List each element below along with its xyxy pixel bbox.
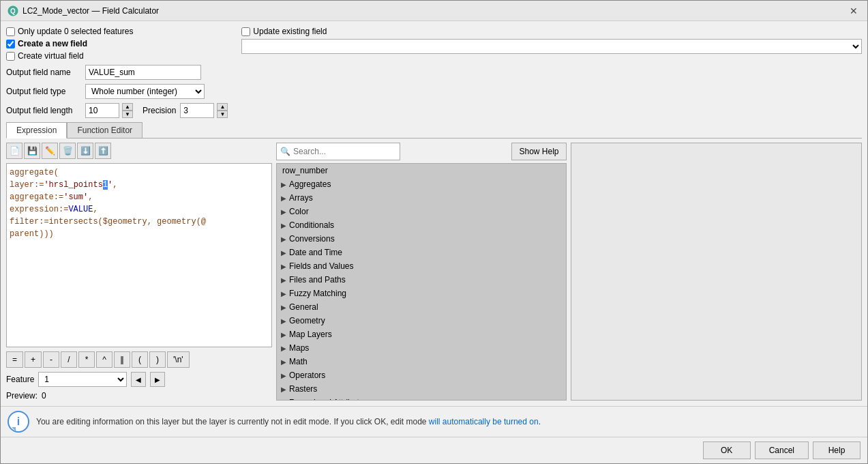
app-icon: Q	[8, 5, 18, 16]
category-label-math: Math	[289, 357, 308, 366]
category-color[interactable]: ▶ Color	[277, 205, 566, 218]
length-down-btn[interactable]: ▼	[122, 111, 133, 118]
edit-btn[interactable]: ✏️	[42, 143, 58, 159]
delete-btn[interactable]: 🗑️	[59, 143, 76, 159]
expression-editor[interactable]: aggregate( layer:='hrsl_points1', aggreg…	[6, 163, 272, 347]
row-number-item[interactable]: row_number	[277, 164, 566, 177]
category-fuzzy-matching[interactable]: ▶ Fuzzy Matching	[277, 287, 566, 300]
newline-btn[interactable]: '\n'	[167, 351, 190, 368]
tabs-row: Expression Function Editor	[6, 122, 862, 139]
category-date-time[interactable]: ▶ Date and Time	[277, 246, 566, 259]
close-paren-btn[interactable]: )	[149, 351, 166, 368]
preview-value: 0	[42, 391, 46, 401]
info-text-after: .	[539, 417, 541, 426]
output-field-name-row: Output field name	[6, 65, 228, 80]
only-update-checkbox[interactable]	[6, 27, 15, 36]
import-btn[interactable]: ⬇️	[77, 143, 93, 159]
category-conversions[interactable]: ▶ Conversions	[277, 232, 566, 246]
ok-button[interactable]: OK	[703, 441, 751, 459]
arrow-conversions: ▶	[281, 235, 286, 243]
category-conditionals[interactable]: ▶ Conditionals	[277, 218, 566, 232]
cancel-button[interactable]: Cancel	[755, 441, 809, 459]
create-virtual-checkbox[interactable]	[6, 52, 15, 61]
output-field-type-select[interactable]: Whole number (integer)	[85, 84, 205, 99]
update-existing-checkbox[interactable]	[241, 27, 250, 36]
category-label-fields-values: Fields and Values	[289, 261, 354, 271]
output-field-length-label: Output field length	[6, 106, 81, 115]
output-field-length-row: Output field length ▲ ▼ Precision ▲	[6, 103, 228, 118]
arrow-operators: ▶	[281, 372, 286, 379]
category-label-rasters: Rasters	[289, 384, 317, 394]
category-label-conditionals: Conditionals	[289, 220, 334, 230]
category-files-paths[interactable]: ▶ Files and Paths	[277, 273, 566, 287]
search-input[interactable]	[276, 143, 400, 160]
left-options: Only update 0 selected features Create a…	[6, 27, 228, 118]
precision-up-btn[interactable]: ▲	[217, 103, 228, 111]
category-geometry[interactable]: ▶ Geometry	[277, 314, 566, 328]
output-field-type-row: Output field type Whole number (integer)	[6, 84, 228, 99]
arrow-files-paths: ▶	[281, 276, 286, 284]
tab-function-editor[interactable]: Function Editor	[67, 122, 143, 138]
category-aggregates[interactable]: ▶ Aggregates	[277, 177, 566, 191]
create-virtual-row: Create virtual field	[6, 51, 228, 61]
create-new-field-label: Create a new field	[18, 39, 87, 48]
multiply-btn[interactable]: *	[78, 351, 95, 368]
category-operators[interactable]: ▶ Operators	[277, 368, 566, 382]
right-panel	[571, 143, 863, 401]
precision-spinner-wrap: ▲ ▼	[180, 103, 228, 118]
arrow-map-layers: ▶	[281, 331, 286, 338]
category-math[interactable]: ▶ Math	[277, 355, 566, 368]
update-field-select[interactable]	[241, 39, 862, 54]
create-new-field-checkbox[interactable]	[6, 40, 15, 48]
output-field-name-input[interactable]	[85, 65, 201, 80]
category-fields-values[interactable]: ▶ Fields and Values	[277, 259, 566, 273]
update-existing-row: Update existing field	[241, 27, 862, 36]
info-link[interactable]: will automatically be turned on	[429, 417, 539, 426]
save-btn[interactable]: 💾	[24, 143, 40, 159]
category-record-attributes[interactable]: ▶ Record and Attributes	[277, 396, 566, 401]
footer-buttons: OK Cancel Help	[1, 437, 867, 463]
export-btn[interactable]: ⬆️	[95, 143, 111, 159]
precision-input[interactable]	[180, 103, 214, 118]
next-feature-btn[interactable]: ▶	[150, 372, 165, 387]
prev-feature-btn[interactable]: ◀	[131, 372, 146, 387]
new-btn[interactable]: 📄	[6, 143, 23, 159]
category-label-arrays: Arrays	[289, 193, 313, 203]
row-number-label: row_number	[282, 166, 328, 175]
info-bubble-svg	[9, 412, 28, 431]
arrow-conditionals: ▶	[281, 222, 286, 229]
feature-select[interactable]: 1	[38, 372, 127, 387]
tab-expression[interactable]: Expression	[6, 122, 67, 139]
category-maps[interactable]: ▶ Maps	[277, 341, 566, 355]
length-up-btn[interactable]: ▲	[122, 103, 133, 111]
power-btn[interactable]: ^	[96, 351, 113, 368]
title-bar: Q LC2_Mode_vector — Field Calculator ✕	[1, 1, 867, 21]
expr-line-4: expression:=VALUE,	[10, 203, 269, 216]
arrow-rasters: ▶	[281, 386, 286, 393]
plus-btn[interactable]: +	[25, 351, 42, 368]
help-button[interactable]: Help	[813, 441, 860, 459]
category-map-layers[interactable]: ▶ Map Layers	[277, 328, 566, 341]
preview-row: Preview: 0	[6, 391, 272, 401]
category-label-files-paths: Files and Paths	[289, 275, 346, 285]
category-rasters[interactable]: ▶ Rasters	[277, 382, 566, 396]
divide-btn[interactable]: /	[61, 351, 77, 368]
category-arrays[interactable]: ▶ Arrays	[277, 191, 566, 205]
close-button[interactable]: ✕	[847, 4, 860, 18]
top-options: Only update 0 selected features Create a…	[6, 27, 862, 118]
bottom-bar: i You are editing information on this la…	[1, 406, 867, 437]
category-general[interactable]: ▶ General	[277, 300, 566, 314]
show-help-btn[interactable]: Show Help	[511, 143, 566, 160]
category-label-map-layers: Map Layers	[289, 330, 332, 339]
minus-btn[interactable]: -	[43, 351, 59, 368]
length-spinner-btns: ▲ ▼	[122, 103, 133, 118]
arrow-arrays: ▶	[281, 194, 286, 202]
main-area: 📄 💾 ✏️ 🗑️ ⬇️ ⬆️ aggregate( layer:='hrsl_…	[6, 143, 862, 401]
precision-down-btn[interactable]: ▼	[217, 111, 228, 118]
parallel-btn[interactable]: ‖	[114, 351, 130, 368]
preview-label: Preview:	[6, 391, 38, 401]
output-field-length-input[interactable]	[85, 103, 119, 118]
equals-btn[interactable]: =	[6, 351, 23, 368]
category-label-record-attributes: Record and Attributes	[289, 398, 368, 401]
open-paren-btn[interactable]: (	[132, 351, 148, 368]
